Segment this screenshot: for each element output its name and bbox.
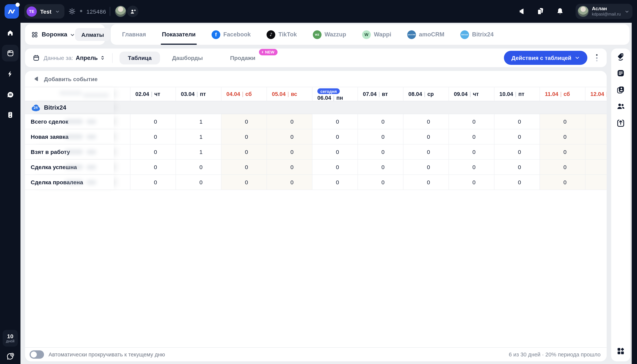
toolbar-divider [112,53,113,63]
settings-gear-icon[interactable] [68,8,76,15]
blurred-value [65,134,83,139]
cell-11.04: 0 [540,175,585,190]
export-upload-icon[interactable] [616,119,625,128]
tab-amocrm[interactable]: amoCRM amoCRM [407,24,444,45]
cell-08.04: 0 [403,160,448,174]
sort-updown-icon[interactable] [100,55,106,61]
cell-08.04: 0 [403,114,448,129]
funnel-selector-card: Воронка Алматы [25,24,105,45]
cell-12.04: 0 [585,114,607,129]
blurred-value [86,180,96,185]
add-event-button[interactable]: Добавить событие [25,71,98,87]
tab-tiktok[interactable]: ♪ TikTok [267,24,297,45]
blurred-value [86,150,96,154]
cell-05.04: 0 [266,144,312,159]
megaphone-icon [33,76,40,82]
blurred-value [65,150,83,154]
blurred-value [86,134,96,139]
right-sidebar [611,48,630,361]
boards-copy-icon[interactable] [536,7,544,16]
widgets-grid-icon[interactable] [616,346,625,356]
table-header-row: 02.04|чт03.04|пт04.04|сб05.04|вссегодня0… [25,87,607,101]
people-icon[interactable] [616,102,625,111]
contact-card-icon[interactable] [616,85,625,94]
blurred-value [65,164,83,170]
add-person-icon [130,8,136,14]
view-table[interactable]: Таблица [120,52,160,64]
announcements-megaphone-icon[interactable] [518,7,526,16]
row-label: Взят в работу [25,144,114,159]
blurred-value [86,120,96,124]
chat-drop-icon[interactable] [6,90,14,98]
group-row-bitrix24[interactable]: 24 Bitrix24 [25,101,607,114]
cell-02.04: 0 [130,114,176,129]
user-name: Аслан [592,6,622,12]
more-options-kebab[interactable] [592,53,601,63]
cell-06.04: 0 [312,129,358,144]
group-label-cell: 24 Bitrix24 [25,101,114,114]
view-dashboards[interactable]: Дашборды [164,52,211,64]
tab-metrics-active[interactable]: Показатели [162,24,196,45]
group-name: Bitrix24 [44,104,66,111]
add-member-button[interactable] [127,6,138,17]
tab-home[interactable]: Главная [122,24,146,45]
cell-04.04: 0 [221,160,266,174]
cell-02.04: 0 [130,144,176,159]
new-badge: NEW [259,49,277,55]
column-header-08.04: 08.04|ср [403,87,448,101]
notification-dot [16,3,20,7]
metrics-table-card: Добавить событие 02.04|чт03.04|пт04.04|с… [25,71,607,361]
tab-bitrix24[interactable]: Bitrix24 Bitrix24 [460,24,494,45]
cell-12.04: 0 [585,160,607,174]
sidebar-item-tables-active[interactable] [2,45,18,62]
column-header-05.04: 05.04|вс [266,87,312,101]
table-row: Сделка провалена00000000000 [25,175,607,190]
city-chip[interactable]: Алматы [75,28,110,41]
table-actions-button[interactable]: Действия с таблицей [504,51,587,65]
column-header-04.04: 04.04|сб [221,87,266,101]
trial-days-badge[interactable]: 10 дней [3,330,18,346]
tab-wappi[interactable]: W Wappi [362,24,391,45]
cell-04.04: 0 [221,175,266,190]
metrics-table: 02.04|чт03.04|пт04.04|сб05.04|вссегодня0… [25,87,607,190]
cell-05.04: 0 [266,175,312,190]
cell-11.04: 0 [540,160,585,174]
automation-lightning-icon[interactable] [6,70,14,78]
row-label: Сделка провалена [25,175,114,190]
notes-document-icon[interactable] [616,69,625,78]
funnel-dropdown[interactable]: Воронка [42,31,75,38]
cell-03.04: 1 [176,114,221,129]
cell-08.04: 0 [403,129,448,144]
clipped-column [114,175,130,190]
period-select[interactable]: Апрель [76,54,98,61]
cell-07.04: 0 [358,160,403,174]
cell-05.04: 0 [266,160,312,174]
home-icon[interactable] [6,29,14,37]
grid-icon [31,31,38,38]
cell-09.04: 0 [448,160,494,174]
blurred-value [86,165,96,170]
row-label: Всего сделок [25,114,114,129]
tab-wazzup[interactable]: wz Wazzup [313,24,346,45]
user-menu[interactable]: Аслан kdpasl@mail.ru [576,4,632,19]
notifications-bell-icon[interactable] [556,7,564,16]
view-sales[interactable]: Продажи NEW [222,52,264,64]
cell-12.04: 0 [585,175,607,190]
cell-07.04: 0 [358,114,403,129]
autoscroll-toggle-off[interactable] [30,350,44,359]
chevron-down-icon [70,32,75,38]
wazzup-icon: wz [313,30,322,39]
member-avatar[interactable] [115,6,126,17]
cell-09.04: 0 [448,144,494,159]
tags-icon[interactable] [616,52,625,62]
cell-10.04: 0 [494,175,540,190]
workspace-switcher[interactable]: TE Test [24,4,64,18]
clipped-column [114,160,130,174]
support-chat-plus-icon[interactable] [6,352,15,361]
autoscroll-label: Автоматически прокручивать к текущему дн… [48,352,165,358]
table-row: Новая заявка01000000000 [25,129,607,144]
archive-zip-icon[interactable] [6,111,14,119]
tab-facebook[interactable]: f Facebook [212,24,251,45]
clipped-column [114,87,130,101]
cell-06.04: 0 [312,114,358,129]
